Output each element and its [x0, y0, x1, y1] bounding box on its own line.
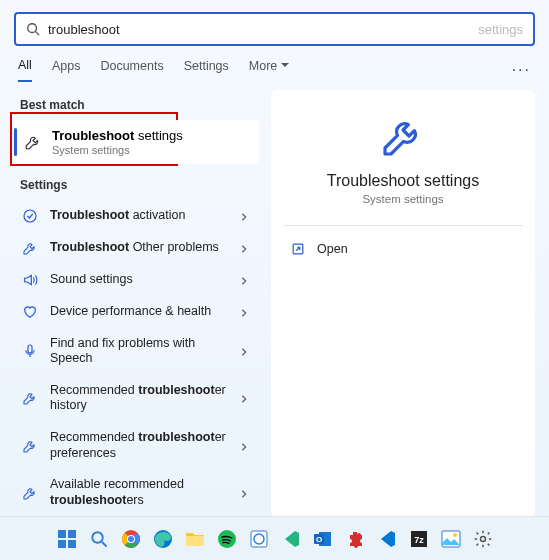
chevron-right-icon: [239, 211, 249, 221]
svg-text:7z: 7z: [414, 535, 424, 545]
chevron-right-icon: [239, 275, 249, 285]
svg-point-19: [218, 530, 236, 548]
chevron-right-icon: [239, 441, 249, 451]
settings-item[interactable]: Recommended troubleshooter preferences: [14, 422, 259, 469]
svg-line-1: [36, 32, 40, 36]
selection-accent: [14, 128, 17, 156]
open-action[interactable]: Open: [283, 236, 523, 262]
taskbar-outlook-icon[interactable]: O: [310, 526, 336, 552]
divider: [283, 225, 523, 226]
heart-icon: [22, 304, 38, 320]
section-best-match: Best match: [14, 90, 259, 120]
settings-item[interactable]: Troubleshoot activation: [14, 200, 259, 232]
settings-item[interactable]: Device performance & health: [14, 296, 259, 328]
search-hint: settings: [478, 22, 523, 37]
search-input[interactable]: [48, 22, 480, 37]
taskbar: O 7z: [0, 516, 549, 560]
taskbar-edge-icon[interactable]: [150, 526, 176, 552]
svg-point-2: [24, 210, 36, 222]
settings-item-label: Sound settings: [50, 272, 239, 288]
chevron-right-icon: [239, 346, 249, 356]
preview-subtitle: System settings: [283, 193, 523, 205]
settings-item[interactable]: Troubleshoot Other problems: [14, 232, 259, 264]
tab-documents[interactable]: Documents: [100, 59, 163, 81]
svg-point-16: [128, 536, 134, 542]
wrench-icon: [283, 112, 523, 160]
svg-point-29: [480, 536, 485, 541]
best-match-title: Troubleshoot settings: [52, 128, 183, 144]
search-box[interactable]: settings: [14, 12, 535, 46]
chevron-right-icon: [239, 488, 249, 498]
settings-item[interactable]: Find and fix problems with Speech: [14, 328, 259, 375]
svg-rect-7: [58, 540, 66, 548]
open-icon: [291, 242, 305, 256]
taskbar-photos-icon[interactable]: [438, 526, 464, 552]
wrench-icon: [22, 390, 38, 406]
svg-rect-5: [58, 530, 66, 538]
best-match-item[interactable]: Troubleshoot settings System settings: [14, 120, 259, 164]
tab-all[interactable]: All: [18, 58, 32, 82]
taskbar-vscode-icon[interactable]: [374, 526, 400, 552]
taskbar-explorer-icon[interactable]: [182, 526, 208, 552]
svg-rect-18: [186, 536, 204, 546]
settings-item-label: Device performance & health: [50, 304, 239, 320]
wrench-icon: [22, 438, 38, 454]
svg-rect-6: [68, 530, 76, 538]
svg-text:O: O: [315, 535, 321, 544]
taskbar-search-icon[interactable]: [86, 526, 112, 552]
taskbar-7zip-icon[interactable]: 7z: [406, 526, 432, 552]
taskbar-app-icon[interactable]: [246, 526, 272, 552]
speaker-icon: [22, 272, 38, 288]
tab-apps[interactable]: Apps: [52, 59, 81, 81]
tab-settings[interactable]: Settings: [184, 59, 229, 81]
taskbar-vscode-insiders-icon[interactable]: [278, 526, 304, 552]
section-settings: Settings: [14, 170, 259, 200]
wrench-icon: [24, 133, 42, 151]
svg-point-0: [28, 24, 37, 33]
settings-item-label: Recommended troubleshooter history: [50, 383, 239, 414]
taskbar-start-icon[interactable]: [54, 526, 80, 552]
settings-item-label: Available recommended troubleshooters: [50, 477, 239, 508]
best-match-subtitle: System settings: [52, 144, 183, 156]
svg-rect-8: [68, 540, 76, 548]
settings-item-label: Find and fix problems with Speech: [50, 336, 239, 367]
svg-point-28: [453, 533, 457, 537]
search-icon: [26, 22, 40, 36]
open-label: Open: [317, 242, 348, 256]
settings-item[interactable]: Recommended troubleshooter history: [14, 375, 259, 422]
mic-icon: [22, 343, 38, 359]
settings-item[interactable]: Sound settings: [14, 264, 259, 296]
check-circle-icon: [22, 208, 38, 224]
chevron-right-icon: [239, 307, 249, 317]
preview-pane: Troubleshoot settings System settings Op…: [271, 90, 535, 517]
svg-rect-3: [28, 345, 32, 353]
chevron-right-icon: [239, 243, 249, 253]
taskbar-spotify-icon[interactable]: [214, 526, 240, 552]
settings-item-label: Troubleshoot activation: [50, 208, 239, 224]
settings-item-label: Troubleshoot Other problems: [50, 240, 239, 256]
taskbar-extension-icon[interactable]: [342, 526, 368, 552]
overflow-icon[interactable]: ···: [512, 61, 531, 79]
filter-tabs: All Apps Documents Settings More ···: [0, 46, 549, 82]
taskbar-chrome-icon[interactable]: [118, 526, 144, 552]
svg-line-10: [102, 542, 107, 547]
settings-item-label: Recommended troubleshooter preferences: [50, 430, 239, 461]
tab-more[interactable]: More: [249, 59, 289, 81]
preview-title: Troubleshoot settings: [283, 172, 523, 190]
svg-point-9: [92, 532, 103, 543]
taskbar-settings-icon[interactable]: [470, 526, 496, 552]
wrench-icon: [22, 485, 38, 501]
wrench-icon: [22, 240, 38, 256]
chevron-right-icon: [239, 393, 249, 403]
settings-item[interactable]: Available recommended troubleshooters: [14, 469, 259, 516]
